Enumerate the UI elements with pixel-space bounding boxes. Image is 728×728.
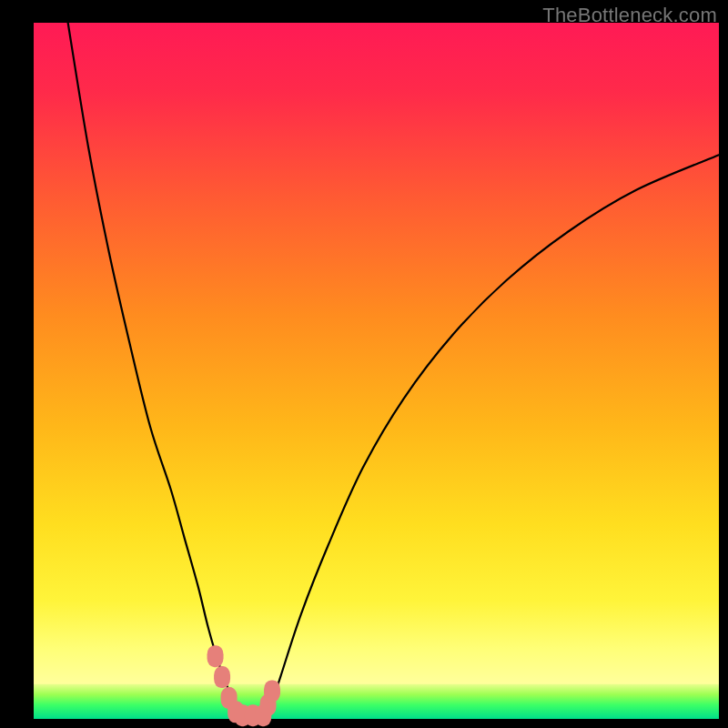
marker-dot (207, 645, 224, 667)
watermark-text: TheBottleneck.com (542, 4, 717, 27)
marker-dot (264, 680, 280, 702)
green-band (34, 684, 719, 719)
chart-frame: TheBottleneck.com (0, 0, 728, 728)
marker-dot (214, 666, 230, 688)
bottleneck-chart (0, 0, 728, 728)
